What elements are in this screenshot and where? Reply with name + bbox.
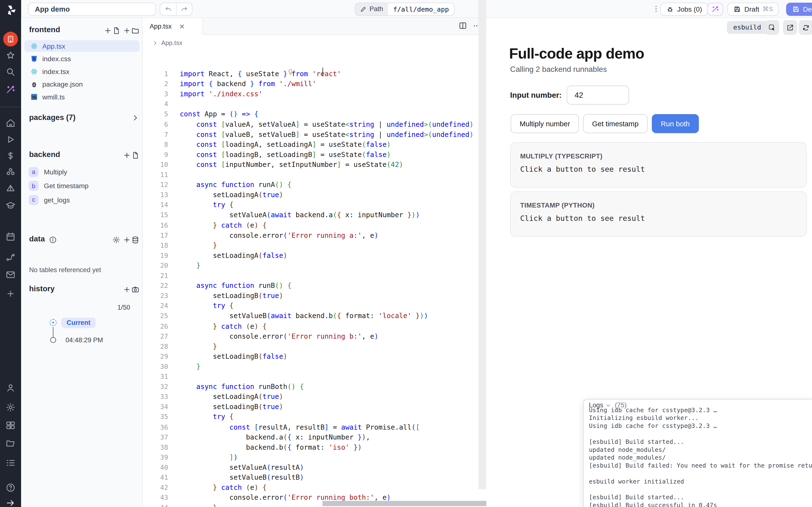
add-snapshot-plus-icon[interactable] bbox=[123, 285, 131, 294]
code-line[interactable]: setLoadingB(true) bbox=[180, 402, 283, 412]
more-menu-button[interactable] bbox=[651, 4, 661, 14]
code-line[interactable]: } catch (e) { bbox=[180, 321, 267, 331]
code-line[interactable]: setValueA(await backend.a({ x: inputNumb… bbox=[180, 210, 420, 220]
code-line[interactable]: } catch (e) { bbox=[180, 220, 267, 230]
rail-item-runs-play-icon[interactable] bbox=[5, 134, 16, 145]
rail-item-folders-icon[interactable] bbox=[5, 438, 16, 449]
code-line[interactable]: const [loadingB, setLoadingB] = useState… bbox=[180, 150, 391, 160]
add-folder-icon[interactable] bbox=[131, 26, 140, 35]
code-line[interactable]: import { backend } from './wmill' bbox=[180, 79, 316, 89]
code-area[interactable]: 1234567891011121314151617181920212223242… bbox=[143, 48, 479, 507]
get-timestamp-button[interactable]: Get timestamp bbox=[583, 114, 647, 133]
rail-item-workspace-building-icon[interactable] bbox=[3, 32, 18, 47]
database-icon[interactable] bbox=[131, 236, 140, 244]
code-line[interactable]: const [inputNumber, setInputNumber] = us… bbox=[180, 159, 403, 170]
rail-item-help-icon[interactable] bbox=[5, 482, 16, 493]
code-line[interactable]: const [resultA, resultB] = await Promise… bbox=[180, 422, 420, 432]
runnable-item-multiply[interactable]: aMultiply bbox=[29, 166, 134, 177]
input-number-field[interactable]: 42 bbox=[567, 86, 629, 105]
code-line[interactable]: try { bbox=[180, 200, 233, 210]
code-line[interactable]: } bbox=[180, 240, 217, 250]
open-external-button[interactable] bbox=[783, 20, 797, 35]
windmill-logo[interactable] bbox=[4, 4, 17, 16]
code-line[interactable]: setLoadingA(true) bbox=[180, 190, 283, 200]
code-line[interactable]: console.error('Error running a:', e) bbox=[180, 230, 379, 240]
split-view-icon[interactable] bbox=[458, 21, 467, 30]
code-line[interactable]: const [loadingA, setLoadingA] = useState… bbox=[180, 139, 391, 150]
add-runnable-file-icon[interactable] bbox=[131, 151, 140, 160]
logs-panel[interactable]: Logs (75) Using idb cache for csstype@3.… bbox=[583, 399, 812, 507]
draft-button[interactable]: Draft ⌘S bbox=[727, 2, 779, 16]
rail-item-settings-gear-icon[interactable] bbox=[5, 402, 16, 413]
file-item-package.json[interactable]: {}package.json bbox=[24, 78, 140, 90]
add-file-plus-icon[interactable] bbox=[104, 26, 112, 35]
code-line[interactable]: async function runA() { bbox=[180, 180, 292, 190]
code-line[interactable]: setValueB(await backend.b({ format: 'loc… bbox=[180, 311, 428, 321]
rail-item-audit-logs-icon[interactable] bbox=[5, 458, 16, 468]
ai-wand-button[interactable] bbox=[707, 2, 723, 16]
add-runnable-plus-icon[interactable] bbox=[123, 151, 131, 160]
file-item-wmill.ts[interactable]: TSwmill.ts bbox=[24, 91, 140, 103]
runnable-item-get-timestamp[interactable]: bGet timestamp bbox=[29, 180, 134, 191]
history-timestamp[interactable]: 04:48:29 PM bbox=[66, 336, 103, 344]
file-item-index.css[interactable]: 3index.css bbox=[24, 53, 140, 64]
rail-item-variables-dollar-icon[interactable] bbox=[5, 151, 16, 161]
code-line[interactable]: backend.b({ format: 'iso' }) bbox=[180, 442, 362, 452]
add-file-icon[interactable] bbox=[112, 26, 120, 35]
deploy-button[interactable]: Deploy bbox=[786, 2, 812, 16]
code-line[interactable]: setLoadingA(true) bbox=[180, 392, 283, 402]
run-both-button[interactable]: Run both bbox=[652, 114, 699, 133]
add-table-plus-icon[interactable] bbox=[123, 236, 131, 244]
code-line[interactable]: try { bbox=[180, 412, 233, 422]
code-line[interactable]: setLoadingB(false) bbox=[180, 351, 287, 361]
rail-item-collapse-arrow-icon[interactable] bbox=[5, 498, 16, 507]
add-folder-plus-icon[interactable] bbox=[123, 26, 131, 35]
select-mode-button[interactable] bbox=[765, 20, 779, 35]
refresh-button[interactable] bbox=[799, 20, 812, 35]
rail-item-learn-graduation-cap-icon[interactable] bbox=[5, 200, 16, 211]
code-line[interactable]: try { bbox=[180, 301, 233, 311]
code-line[interactable]: ]) bbox=[180, 452, 238, 462]
rail-item-magic-wand-icon[interactable] bbox=[5, 84, 16, 95]
jobs-button[interactable]: Jobs (0) bbox=[660, 2, 708, 16]
code-line[interactable]: import './index.css' bbox=[180, 89, 263, 99]
code-line[interactable]: const [valueA, setValueA] = useState<str… bbox=[180, 119, 474, 129]
code-line[interactable]: } bbox=[180, 261, 200, 271]
multiply-number-button[interactable]: Multiply number bbox=[511, 114, 579, 133]
rail-item-flows-route-icon[interactable] bbox=[5, 252, 16, 263]
code-line[interactable]: console.error('Error running b:', e) bbox=[180, 331, 379, 341]
breadcrumb[interactable]: App.tsx bbox=[152, 39, 182, 47]
undo-button[interactable] bbox=[160, 3, 176, 15]
rail-item-schedules-calendar-icon[interactable] bbox=[5, 231, 16, 242]
code-line[interactable]: setValueB(resultB) bbox=[180, 472, 304, 483]
rail-item-add-plus-icon[interactable] bbox=[5, 289, 16, 299]
rail-item-home-icon[interactable] bbox=[5, 118, 16, 128]
history-current-badge[interactable]: Current bbox=[61, 318, 96, 328]
rail-item-user-icon[interactable] bbox=[5, 382, 16, 393]
data-settings-gear-icon[interactable] bbox=[112, 236, 120, 244]
code-line[interactable]: setLoadingA(false) bbox=[180, 250, 287, 261]
file-item-App.tsx[interactable]: App.tsx bbox=[24, 40, 140, 52]
code-line[interactable]: const [valueB, setValueB] = useState<str… bbox=[180, 129, 474, 139]
info-icon[interactable] bbox=[49, 236, 57, 244]
close-tab-icon[interactable]: ✕ bbox=[179, 22, 185, 31]
code-line[interactable]: } bbox=[180, 361, 200, 372]
redo-button[interactable] bbox=[176, 3, 192, 15]
code-line[interactable]: import React, { useState } from 'react' bbox=[180, 69, 341, 79]
file-item-index.tsx[interactable]: index.tsx bbox=[24, 65, 140, 77]
app-name-input[interactable]: App demo bbox=[28, 2, 156, 16]
rail-item-star-icon[interactable] bbox=[5, 50, 16, 61]
path-control[interactable]: Path f/all/demo_app bbox=[355, 2, 455, 16]
code-line[interactable]: async function runB() { bbox=[180, 281, 292, 291]
code-line[interactable]: } catch (e) { bbox=[180, 482, 267, 493]
tab-app-tsx[interactable]: App.tsx ✕ bbox=[143, 18, 203, 35]
code-line[interactable]: backend.a({ x: inputNumber }), bbox=[180, 432, 370, 442]
code-line[interactable]: setLoadingB(true) bbox=[180, 291, 283, 301]
code-line[interactable]: } bbox=[180, 503, 217, 507]
code-line[interactable]: const App = () => { bbox=[180, 109, 259, 119]
section-title-packages[interactable]: packages (7) bbox=[29, 113, 75, 121]
code-line[interactable]: setValueA(resultA) bbox=[180, 462, 304, 472]
chevron-right-icon[interactable] bbox=[131, 114, 140, 122]
runnable-item-get_logs[interactable]: cget_logs bbox=[29, 194, 134, 206]
code-line[interactable]: async function runBoth() { bbox=[180, 382, 304, 392]
